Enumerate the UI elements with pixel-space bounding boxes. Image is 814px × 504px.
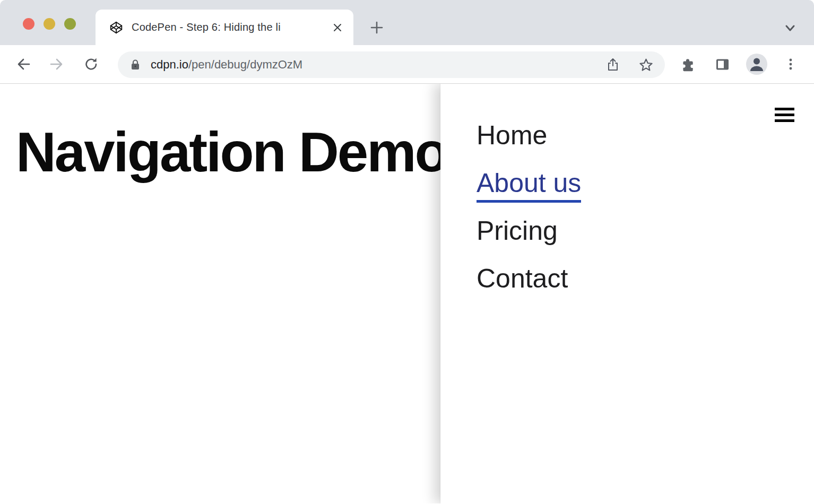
nav-item: Pricing — [477, 216, 581, 246]
navigation-panel: Home About us Pricing Contact — [440, 84, 814, 503]
page-content: Navigation Demo Home About us Pricing Co… — [0, 84, 814, 503]
hamburger-bar — [775, 114, 794, 116]
profile-avatar[interactable] — [746, 54, 767, 75]
lock-icon — [129, 58, 141, 71]
extensions-puzzle-icon[interactable] — [680, 56, 696, 72]
page-title: Navigation Demo — [16, 124, 447, 180]
codepen-logo-icon — [109, 21, 123, 34]
url-domain: cdpn.io — [151, 58, 188, 71]
share-icon[interactable] — [605, 57, 621, 73]
hamburger-bar — [775, 108, 794, 110]
side-panel-icon[interactable] — [714, 56, 730, 72]
bookmark-star-icon[interactable] — [638, 57, 654, 73]
nav-item: About us — [477, 169, 581, 198]
nav-link-contact[interactable]: Contact — [477, 264, 568, 293]
minimize-window-button[interactable] — [44, 18, 55, 30]
tab-strip: CodePen - Step 6: Hiding the li — [0, 0, 814, 45]
address-bar[interactable]: cdpn.io/pen/debug/dymzOzM — [118, 51, 665, 78]
browser-tab[interactable]: CodePen - Step 6: Hiding the li — [96, 10, 353, 45]
hamburger-menu-icon[interactable] — [775, 108, 794, 122]
nav-link-pricing[interactable]: Pricing — [477, 216, 558, 246]
forward-button[interactable] — [49, 56, 65, 72]
url-text: cdpn.io/pen/debug/dymzOzM — [151, 58, 302, 72]
browser-toolbar: cdpn.io/pen/debug/dymzOzM — [0, 45, 814, 84]
url-path: /pen/debug/dymzOzM — [188, 58, 302, 71]
window-controls — [23, 18, 76, 30]
tab-search-chevron-icon[interactable] — [783, 21, 797, 35]
reload-button[interactable] — [83, 56, 99, 72]
hamburger-bar — [775, 119, 794, 122]
zoom-window-button[interactable] — [64, 18, 76, 30]
new-tab-button[interactable] — [368, 19, 385, 36]
tab-close-icon[interactable] — [331, 21, 344, 34]
nav-link-about-us[interactable]: About us — [477, 169, 581, 203]
browser-window: CodePen - Step 6: Hiding the li — [0, 0, 814, 504]
site-nav-list: Home About us Pricing Contact — [477, 121, 581, 312]
nav-item: Contact — [477, 264, 581, 293]
tab-title: CodePen - Step 6: Hiding the li — [132, 21, 328, 33]
nav-item: Home — [477, 121, 581, 150]
close-window-button[interactable] — [23, 18, 34, 30]
nav-link-home[interactable]: Home — [477, 121, 547, 150]
browser-menu-icon[interactable] — [784, 56, 797, 72]
back-button[interactable] — [15, 56, 31, 72]
